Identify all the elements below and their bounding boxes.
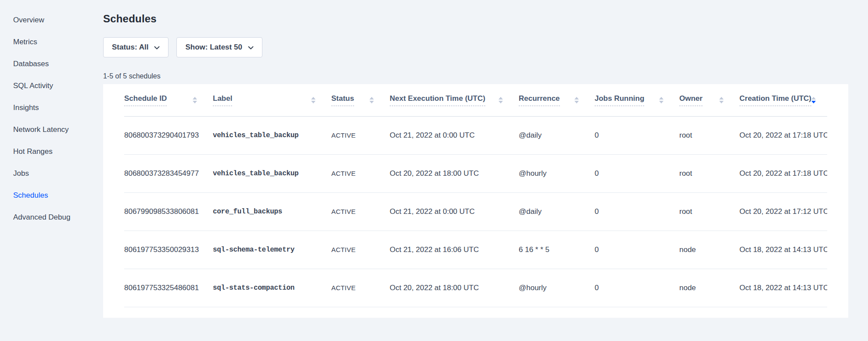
sort-icon[interactable] (659, 97, 664, 103)
cell-jobs-running: 0 (595, 231, 679, 269)
column-header-next-execution-time-utc[interactable]: Next Execution Time (UTC) (390, 84, 519, 116)
cell-jobs-running: 0 (595, 154, 679, 192)
page-title: Schedules (103, 12, 848, 25)
sort-icon[interactable] (193, 97, 197, 103)
sidebar-item-advanced-debug[interactable]: Advanced Debug (13, 206, 103, 228)
cell-status: ACTIVE (331, 154, 390, 192)
cell-schedule-id: 806197753350029313 (124, 231, 213, 269)
sort-down-arrow-icon (311, 101, 316, 103)
results-summary: 1-5 of 5 schedules (103, 72, 848, 81)
sort-up-arrow-icon (369, 97, 374, 99)
sidebar-item-overview[interactable]: Overview (13, 9, 103, 31)
column-header-label[interactable]: Jobs Running (595, 94, 644, 106)
cell-next-execution-time: Oct 21, 2022 at 0:00 UTC (390, 116, 519, 154)
column-header-label[interactable]: Label (213, 84, 331, 116)
cell-next-execution-time: Oct 20, 2022 at 18:00 UTC (390, 269, 519, 307)
cell-jobs-running: 0 (595, 116, 679, 154)
cell-label: vehicles_table_backup (213, 116, 331, 154)
sort-up-arrow-icon (574, 97, 579, 99)
column-header-jobs-running[interactable]: Jobs Running (595, 84, 679, 116)
sidebar-item-label: Advanced Debug (13, 213, 70, 222)
sort-icon[interactable] (719, 97, 724, 103)
column-header-label[interactable]: Label (213, 94, 232, 106)
cell-owner: root (679, 192, 739, 231)
cell-creation-time: Oct 18, 2022 at 14:13 UTC (739, 231, 827, 269)
column-header-label[interactable]: Recurrence (519, 94, 560, 106)
column-header-label[interactable]: Owner (679, 94, 703, 106)
sort-down-arrow-icon (499, 101, 503, 103)
column-header-creation-time-utc[interactable]: Creation Time (UTC) (739, 84, 827, 116)
sort-up-arrow-icon (719, 97, 724, 99)
sort-down-arrow-icon (659, 101, 664, 103)
sort-up-arrow-icon (499, 97, 503, 99)
main-content: Schedules Status: All Show: Latest 50 1-… (103, 0, 868, 318)
sidebar-item-sql-activity[interactable]: SQL Activity (13, 75, 103, 97)
cell-recurrence: 6 16 * * 5 (519, 231, 595, 269)
sidebar-item-network-latency[interactable]: Network Latency (13, 119, 103, 141)
app-root: Overview Metrics Databases SQL Activity … (0, 0, 868, 318)
cell-label: core_full_backups (213, 192, 331, 231)
table-row[interactable]: 806800373290401793 vehicles_table_backup… (124, 116, 827, 154)
sidebar-item-label: Network Latency (13, 125, 69, 134)
schedules-table-card: Schedule ID Label (103, 84, 848, 318)
column-header-label[interactable]: Next Execution Time (UTC) (390, 94, 485, 106)
cell-creation-time: Oct 20, 2022 at 17:12 UTC (739, 192, 827, 231)
sidebar-item-metrics[interactable]: Metrics (13, 31, 103, 53)
sidebar-item-label: Jobs (13, 169, 29, 178)
status-filter-dropdown[interactable]: Status: All (103, 37, 169, 57)
sidebar-item-label: Databases (13, 60, 49, 68)
cell-owner: node (679, 231, 739, 269)
cell-status: ACTIVE (331, 116, 390, 154)
sort-icon[interactable] (369, 97, 374, 103)
sidebar-item-insights[interactable]: Insights (13, 97, 103, 119)
sort-up-arrow-icon (193, 97, 197, 99)
column-header-label[interactable]: Status (331, 94, 354, 106)
column-header-recurrence[interactable]: Recurrence (519, 84, 595, 116)
cell-label: vehicles_table_backup (213, 154, 331, 192)
sidebar-item-hot-ranges[interactable]: Hot Ranges (13, 141, 103, 163)
cell-recurrence: @hourly (519, 154, 595, 192)
column-header-status[interactable]: Status (331, 84, 390, 116)
sidebar-item-schedules[interactable]: Schedules (13, 185, 103, 206)
cell-next-execution-time: Oct 20, 2022 at 18:00 UTC (390, 154, 519, 192)
sidebar-item-label: Insights (13, 103, 39, 112)
table-row[interactable]: 806799098533806081 core_full_backups ACT… (124, 192, 827, 231)
sort-down-arrow-icon (574, 101, 579, 103)
sort-icon[interactable] (499, 97, 503, 103)
table-row[interactable]: 806197753350029313 sql-schema-telemetry … (124, 231, 827, 269)
column-header-schedule-id[interactable]: Schedule ID (124, 84, 213, 116)
sort-down-arrow-icon (811, 101, 816, 103)
schedules-table-body: 806800373290401793 vehicles_table_backup… (124, 116, 827, 307)
sort-icon[interactable] (811, 97, 816, 103)
sidebar-item-label: Schedules (13, 191, 48, 200)
cell-owner: node (679, 269, 739, 307)
cell-creation-time: Oct 18, 2022 at 14:13 UTC (739, 269, 827, 307)
cell-creation-time: Oct 20, 2022 at 17:18 UTC (739, 154, 827, 192)
cell-recurrence: @daily (519, 192, 595, 231)
cell-status: ACTIVE (331, 192, 390, 231)
sort-up-arrow-icon (311, 97, 316, 99)
sort-icon[interactable] (311, 97, 316, 103)
sidebar: Overview Metrics Databases SQL Activity … (0, 0, 103, 318)
cell-schedule-id: 806197753325486081 (124, 269, 213, 307)
sidebar-item-databases[interactable]: Databases (13, 53, 103, 75)
column-header-label[interactable]: Creation Time (UTC) (739, 94, 811, 106)
column-header-label[interactable]: Schedule ID (124, 94, 167, 106)
sort-icon[interactable] (574, 97, 579, 103)
column-header-owner[interactable]: Owner (679, 84, 739, 116)
status-filter-label: Status: All (112, 43, 148, 52)
cell-status: ACTIVE (331, 231, 390, 269)
cell-jobs-running: 0 (595, 269, 679, 307)
sort-down-arrow-icon (369, 101, 374, 103)
sidebar-item-jobs[interactable]: Jobs (13, 163, 103, 185)
table-row[interactable]: 806800373283454977 vehicles_table_backup… (124, 154, 827, 192)
cell-owner: root (679, 116, 739, 154)
cell-creation-time: Oct 20, 2022 at 17:18 UTC (739, 116, 827, 154)
cell-next-execution-time: Oct 21, 2022 at 0:00 UTC (390, 192, 519, 231)
cell-next-execution-time: Oct 21, 2022 at 16:06 UTC (390, 231, 519, 269)
table-row[interactable]: 806197753325486081 sql-stats-compaction … (124, 269, 827, 307)
sort-up-arrow-icon (659, 97, 664, 99)
cell-jobs-running: 0 (595, 192, 679, 231)
show-filter-dropdown[interactable]: Show: Latest 50 (176, 37, 262, 57)
sidebar-item-label: SQL Activity (13, 82, 53, 90)
